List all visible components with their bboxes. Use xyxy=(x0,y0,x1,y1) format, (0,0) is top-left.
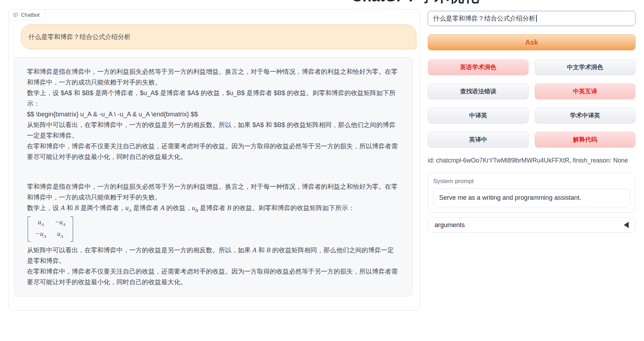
function-button-grid: 英语学术润色中文学术润色查找语法错误中英互译中译英学术中译英英译中解释代码 xyxy=(428,59,635,148)
bot-message-paragraph: 在零和博弈中，博弈者不仅要关注自己的收益，还需要考虑对手的收益。因为一方取得的收… xyxy=(27,266,400,287)
inline-math: uB xyxy=(192,204,198,211)
chatbot-label: Chatbot xyxy=(21,12,40,18)
page-title-clipped: ChatGPT 学术优化 xyxy=(341,0,490,4)
matrix-cell: −uA xyxy=(55,218,65,229)
inline-math: −uA xyxy=(36,230,46,237)
question-input-value: 什么是零和博弈？结合公式介绍分析 xyxy=(433,14,535,23)
text-cursor xyxy=(536,15,537,22)
chatbot-panel: Chatbot 什么是零和博弈？结合公式介绍分析 零和博弈是指在博弈中，一方的利… xyxy=(8,9,420,310)
matrix-cell: uA xyxy=(36,218,46,229)
system-prompt-box: System prompt Serve me as a writing and … xyxy=(428,172,635,213)
matrix-cell: −uA xyxy=(36,229,46,241)
bot-message-paragraph: 从矩阵中可以看出，在零和博弈中，一方的收益是另一方的相反数。所以，如果 A 和 … xyxy=(27,245,400,266)
system-prompt-input[interactable]: Serve me as a writing and programming as… xyxy=(433,188,630,207)
bot-message-paragraph: 在零和博弈中，博弈者不仅要关注自己的收益，还需要考虑对手的收益。因为一方取得的收… xyxy=(27,141,400,162)
function-button-7[interactable]: 英译中 xyxy=(428,132,529,148)
inline-math: uA xyxy=(38,218,44,226)
function-button-4[interactable]: 中英互译 xyxy=(535,83,635,99)
function-button-5[interactable]: 中译英 xyxy=(428,108,529,123)
user-message-bubble: 什么是零和博弈？结合公式介绍分析 xyxy=(21,24,416,49)
matrix-cell: uA xyxy=(55,229,65,241)
math-matrix-block: uA−uA−uAuA xyxy=(27,216,400,245)
inline-math: B xyxy=(75,204,78,211)
system-prompt-label: System prompt xyxy=(433,178,630,185)
function-button-2[interactable]: 中文学术润色 xyxy=(535,59,635,75)
page-title: ChatGPT 学术优化 xyxy=(341,0,490,4)
inline-math: B xyxy=(266,246,270,254)
inline-math: −uA xyxy=(55,218,65,226)
bot-message-paragraph: 数学上，设 $A$ 和 $B$ 是两个博弈者，$u_A$ 是博弈者 $A$ 的收… xyxy=(27,88,400,109)
function-button-6[interactable]: 学术中译英 xyxy=(535,108,635,123)
inline-math: uA xyxy=(57,230,63,237)
paragraph-spacer xyxy=(27,162,400,181)
inline-math: uA xyxy=(125,204,131,211)
chatbot-label-tab: Chatbot xyxy=(9,10,45,21)
inline-math: A xyxy=(160,204,164,211)
bot-message-paragraph: 零和博弈是指在博弈中，一方的利益损失必然等于另一方的利益增益。换言之，对于每一种… xyxy=(27,181,400,203)
function-button-3[interactable]: 查找语法错误 xyxy=(428,83,529,99)
bot-message-paragraph: 数学上，设 A 和 B 是两个博弈者，uA 是博弈者 A 的收益，uB 是博弈者… xyxy=(27,203,400,216)
inline-math: A xyxy=(252,246,256,254)
chat-bubble-icon xyxy=(13,12,18,18)
question-input[interactable]: 什么是零和博弈？结合公式介绍分析 xyxy=(428,11,635,26)
arguments-accordion[interactable]: arguments xyxy=(428,217,635,233)
inline-math: B xyxy=(227,204,231,211)
bot-message-paragraph: $$ \begin{bmatrix} u_A & -u_A \ -u_A & u… xyxy=(27,109,400,120)
arguments-accordion-label: arguments xyxy=(435,221,465,229)
system-prompt-value: Serve me as a writing and programming as… xyxy=(439,194,581,202)
triangle-left-icon xyxy=(624,222,629,228)
bot-message-bubble: 零和博弈是指在博弈中，一方的利益损失必然等于另一方的利益增益。换言之，对于每一种… xyxy=(14,57,413,297)
bot-message-paragraph: 从矩阵中可以看出，在零和博弈中，一方的收益是另一方的相反数。所以，如果 $A$ … xyxy=(27,120,400,141)
user-message-text: 什么是零和博弈？结合公式介绍分析 xyxy=(28,33,131,41)
function-button-8[interactable]: 解释代码 xyxy=(535,132,635,148)
ask-button[interactable]: Ask xyxy=(428,34,635,50)
inline-math: A xyxy=(61,204,65,211)
control-column: 什么是零和博弈？结合公式介绍分析 Ask 英语学术润色中文学术润色查找语法错误中… xyxy=(428,11,635,233)
function-button-1[interactable]: 英语学术润色 xyxy=(428,59,529,75)
status-line: id: chatcmpl-6wOo7KrYTwMl89lbrMWRu4UkFFX… xyxy=(428,157,635,164)
bot-message-paragraph: 零和博弈是指在博弈中，一方的利益损失必然等于另一方的利益增益。换言之，对于每一种… xyxy=(27,66,400,88)
